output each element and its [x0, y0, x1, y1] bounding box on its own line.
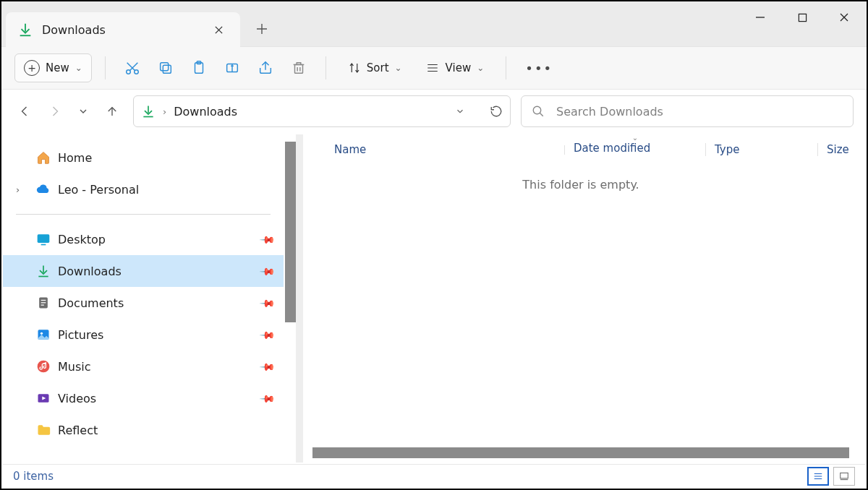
- column-header-date[interactable]: ⌄ Date modified: [564, 145, 705, 155]
- rename-button[interactable]: [218, 54, 246, 82]
- svg-rect-0: [799, 14, 806, 21]
- folder-icon: [36, 423, 51, 437]
- svg-rect-13: [41, 300, 46, 301]
- sort-label: Sort: [367, 61, 389, 74]
- minimize-button[interactable]: [744, 6, 777, 29]
- tab-downloads[interactable]: Downloads: [6, 12, 240, 47]
- separator: [506, 56, 506, 79]
- download-icon: [17, 22, 33, 38]
- documents-icon: [36, 296, 51, 310]
- forward-button[interactable]: [43, 100, 65, 122]
- column-header-name[interactable]: Name: [326, 143, 564, 156]
- pin-icon: 📌: [259, 326, 276, 343]
- chevron-down-icon: ⌄: [477, 63, 484, 73]
- title-bar: Downloads: [1, 1, 867, 47]
- svg-rect-14: [41, 302, 46, 303]
- tab-close-button[interactable]: [208, 20, 229, 40]
- sidebar-item-label: Documents: [58, 296, 124, 310]
- desktop-icon: [36, 232, 51, 246]
- sidebar-item-label: Videos: [58, 392, 96, 405]
- sort-button[interactable]: Sort ⌄: [339, 54, 411, 82]
- separator: [326, 56, 326, 79]
- sidebar-item-pictures[interactable]: Pictures 📌: [3, 319, 284, 351]
- column-header-type[interactable]: Type: [705, 143, 817, 156]
- navigation-row: › Downloads: [1, 90, 867, 133]
- sidebar-item-reflect[interactable]: Reflect: [3, 414, 284, 446]
- thumbnails-view-button[interactable]: [833, 467, 855, 486]
- more-button[interactable]: •••: [519, 54, 558, 82]
- plus-circle-icon: +: [24, 60, 40, 76]
- vertical-scrollbar[interactable]: [285, 142, 296, 322]
- separator: [105, 56, 106, 79]
- pin-icon: 📌: [259, 358, 276, 374]
- sidebar-item-label: Home: [58, 151, 92, 165]
- sidebar-item-label: Pictures: [58, 328, 103, 342]
- delete-button[interactable]: [285, 54, 312, 82]
- copy-button[interactable]: [152, 54, 179, 82]
- tab-title: Downloads: [42, 23, 200, 37]
- close-button[interactable]: [827, 6, 861, 29]
- svg-rect-15: [41, 305, 44, 306]
- window-controls: [744, 6, 861, 29]
- svg-rect-8: [294, 64, 302, 73]
- address-history-button[interactable]: [455, 106, 465, 116]
- view-button[interactable]: View ⌄: [417, 54, 493, 82]
- maximize-button[interactable]: [786, 6, 819, 29]
- breadcrumb-current[interactable]: Downloads: [174, 105, 237, 119]
- svg-rect-4: [160, 63, 168, 71]
- paste-button[interactable]: [185, 54, 213, 82]
- cut-button[interactable]: [119, 54, 146, 82]
- view-label: View: [446, 61, 472, 74]
- sidebar-item-onedrive[interactable]: › Leo - Personal: [3, 173, 284, 205]
- cloud-icon: [36, 182, 51, 197]
- svg-rect-20: [841, 473, 848, 478]
- column-headers: Name ⌄ Date modified Type Size: [297, 134, 865, 165]
- column-header-size[interactable]: Size: [817, 143, 858, 156]
- svg-point-1: [127, 70, 131, 74]
- svg-point-9: [533, 106, 541, 114]
- pictures-icon: [36, 327, 51, 342]
- details-view-button[interactable]: [807, 467, 829, 486]
- sidebar-item-label: Leo - Personal: [58, 183, 139, 197]
- sidebar-item-documents[interactable]: Documents 📌: [3, 287, 284, 319]
- address-bar[interactable]: › Downloads: [133, 95, 511, 127]
- sidebar-item-home[interactable]: Home: [3, 142, 284, 173]
- sidebar-item-downloads[interactable]: Downloads 📌: [3, 255, 284, 287]
- pin-icon: 📌: [259, 262, 276, 279]
- svg-rect-3: [163, 65, 171, 73]
- share-button[interactable]: [252, 54, 279, 82]
- recent-locations-button[interactable]: [72, 100, 94, 122]
- chevron-down-icon: ⌄: [395, 63, 402, 73]
- new-button-label: New: [46, 61, 69, 74]
- download-icon: [36, 264, 51, 278]
- item-count: 0 items: [13, 470, 54, 483]
- search-icon: [532, 105, 545, 118]
- sidebar-item-label: Reflect: [58, 424, 98, 437]
- svg-point-2: [135, 70, 139, 74]
- new-button[interactable]: + New ⌄: [14, 53, 92, 82]
- pin-icon: 📌: [259, 294, 276, 311]
- home-icon: [36, 150, 51, 165]
- chevron-down-icon: ⌄: [75, 63, 82, 73]
- download-icon: [141, 104, 156, 119]
- sidebar-item-videos[interactable]: Videos 📌: [3, 382, 284, 414]
- more-icon: •••: [525, 61, 553, 76]
- content-pane: Name ⌄ Date modified Type Size This fold…: [296, 134, 865, 463]
- horizontal-scrollbar[interactable]: [312, 447, 849, 458]
- sidebar-item-desktop[interactable]: Desktop 📌: [3, 223, 284, 255]
- empty-folder-message: This folder is empty.: [297, 178, 865, 192]
- pin-icon: 📌: [259, 231, 276, 247]
- search-box[interactable]: [521, 95, 854, 127]
- search-input[interactable]: [555, 104, 843, 119]
- refresh-button[interactable]: [490, 105, 503, 118]
- svg-point-17: [41, 332, 43, 335]
- navigation-pane: Home › Leo - Personal Desktop 📌: [3, 134, 296, 463]
- up-button[interactable]: [101, 100, 123, 122]
- new-tab-button[interactable]: [247, 14, 276, 43]
- sort-indicator-icon: ⌄: [574, 134, 697, 142]
- sidebar-item-label: Music: [58, 360, 91, 374]
- back-button[interactable]: [14, 100, 36, 122]
- sidebar-item-music[interactable]: Music 📌: [3, 351, 284, 382]
- expand-icon[interactable]: ›: [16, 184, 20, 195]
- breadcrumb-separator: ›: [163, 106, 166, 117]
